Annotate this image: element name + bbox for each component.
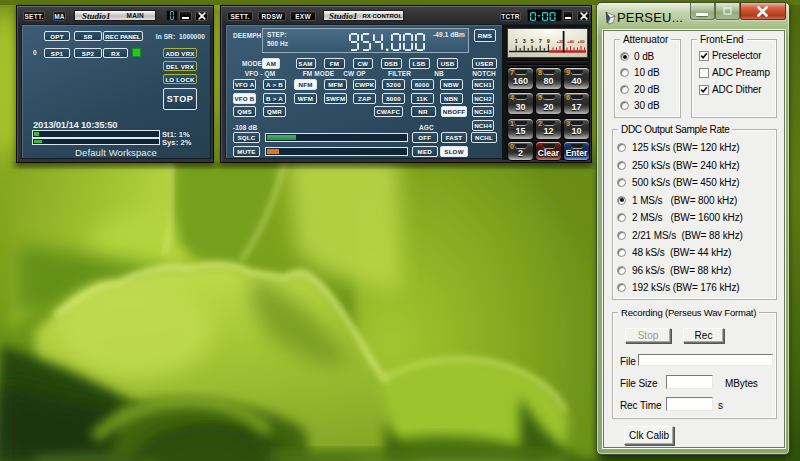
svg-text:1: 1	[515, 38, 518, 44]
svg-text:+60: +60	[577, 39, 585, 44]
svg-text:7: 7	[539, 38, 542, 44]
svg-text:9: 9	[547, 38, 550, 44]
svg-text:+40: +40	[567, 39, 575, 44]
svg-text:3: 3	[523, 38, 526, 44]
svg-text:5: 5	[531, 38, 534, 44]
